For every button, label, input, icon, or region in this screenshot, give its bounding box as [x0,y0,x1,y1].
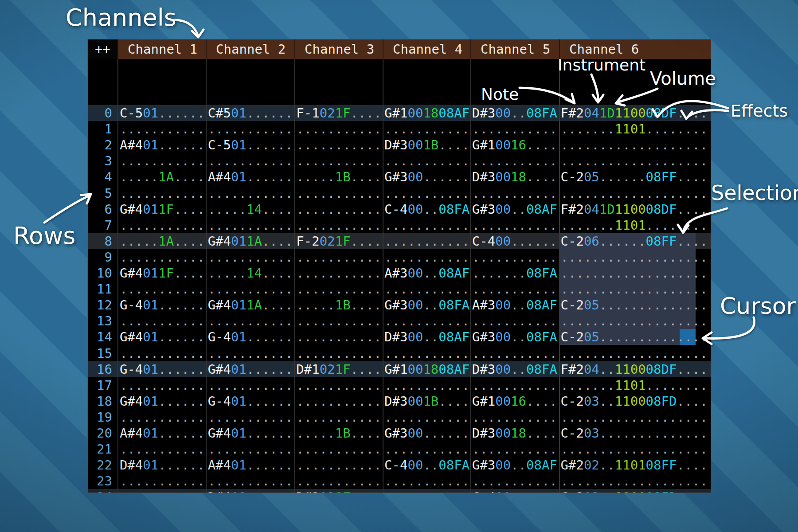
pattern-cell-ch4[interactable]: C-400..08FA [382,201,470,217]
pattern-cell-ch4[interactable]: ........... [382,473,470,489]
pattern-cell-ch6[interactable]: ................... [559,473,711,489]
pattern-row-6[interactable]: 6G#4011F.........14...............C-400.… [88,201,711,217]
pattern-cell-ch4[interactable]: ........... [382,185,470,201]
pattern-cell-ch6[interactable]: ................... [559,153,711,169]
pattern-cell-ch1[interactable]: A#401...... [117,425,206,441]
pattern-cell-ch5[interactable]: G#300..08FA [470,329,559,345]
pattern-cell-ch3[interactable]: ........... [294,281,382,297]
pattern-cell-ch3[interactable]: ........... [294,441,382,457]
pattern-cell-ch2[interactable]: D#401...... [206,489,294,493]
pattern-cell-ch5[interactable]: ........... [470,185,559,201]
pattern-cell-ch4[interactable]: ........... [382,409,470,425]
pattern-cell-ch4[interactable]: ........... [382,441,470,457]
pattern-row-20[interactable]: 20A#401......G#401...........1B....G#300… [88,425,711,441]
pattern-cell-ch5[interactable]: ........... [470,217,559,233]
pattern-cell-ch2[interactable]: ........... [206,249,294,265]
add-channel-button[interactable]: ++ [88,39,117,59]
pattern-cell-ch6[interactable]: C-203..110008FD.... [559,393,711,409]
pattern-cell-ch1[interactable]: C-501...... [117,105,206,121]
pattern-cell-ch5[interactable]: ........... [470,441,559,457]
pattern-cell-ch3[interactable]: ........... [294,201,382,217]
pattern-cell-ch4[interactable]: ........... [382,489,470,493]
pattern-cell-ch3[interactable]: ........... [294,473,382,489]
pattern-row-3[interactable]: 3.......................................… [88,153,711,169]
pattern-cell-ch1[interactable]: ........... [117,185,206,201]
pattern-cell-ch2[interactable]: C#501...... [206,105,294,121]
pattern-cell-ch1[interactable]: ........... [117,217,206,233]
pattern-cell-ch2[interactable]: ........... [206,217,294,233]
pattern-cell-ch4[interactable]: G#300...... [382,169,470,185]
pattern-cell-ch1[interactable]: ........... [117,345,206,361]
pattern-cell-ch2[interactable]: ........... [206,313,294,329]
pattern-cell-ch3[interactable]: ........... [294,345,382,361]
pattern-cell-ch3[interactable]: ........... [294,313,382,329]
pattern-cell-ch1[interactable]: ........... [117,121,206,137]
pattern-cell-ch3[interactable]: F-2021F.... [294,233,382,249]
pattern-cell-ch2[interactable]: G#401...... [206,425,294,441]
pattern-cell-ch5[interactable]: ........... [470,121,559,137]
pattern-cell-ch2[interactable]: ........... [206,121,294,137]
pattern-cell-ch6[interactable]: ................... [559,265,711,281]
pattern-cell-ch2[interactable]: C-501...... [206,137,294,153]
pattern-cell-ch3[interactable]: ........... [294,217,382,233]
pattern-cell-ch6[interactable]: F#204..110008DF.... [559,361,711,377]
pattern-cell-ch3[interactable]: ........... [294,137,382,153]
channel-header-1[interactable]: Channel 1 [117,39,206,59]
pattern-cell-ch6[interactable]: C-303..110008FD.... [559,489,711,493]
pattern-cell-ch2[interactable]: ........... [206,409,294,425]
pattern-cell-ch4[interactable]: D#3001B.... [382,137,470,153]
pattern-cell-ch2[interactable]: ........... [206,185,294,201]
pattern-cell-ch3[interactable]: ........... [294,249,382,265]
pattern-cell-ch5[interactable]: .......08FA [470,265,559,281]
pattern-row-14[interactable]: 14G#401......G-401.................D#300… [88,329,711,345]
pattern-cell-ch4[interactable]: D#300..08AF [382,329,470,345]
pattern-cell-ch1[interactable]: G#401...... [117,393,206,409]
pattern-row-10[interactable]: 10G#4011F.........14...............A#300… [88,265,711,281]
pattern-cell-ch2[interactable]: ........... [206,441,294,457]
pattern-cell-ch1[interactable]: ........... [117,313,206,329]
pattern-row-17[interactable]: 17......................................… [88,377,711,393]
pattern-cell-ch5[interactable]: G#300..08AF [470,457,559,473]
pattern-cell-ch5[interactable]: ........... [470,473,559,489]
pattern-row-19[interactable]: 19......................................… [88,409,711,425]
pattern-row-1[interactable]: 1.......................................… [88,121,711,137]
pattern-cell-ch4[interactable]: G#300..08FA [382,297,470,313]
pattern-cell-ch5[interactable]: C-400...... [470,489,559,493]
pattern-cell-ch3[interactable]: .....1B.... [294,297,382,313]
pattern-row-0[interactable]: 0C-501......C#501......F-1021F....G#1001… [88,105,711,121]
pattern-cell-ch3[interactable]: ........... [294,121,382,137]
pattern-cell-ch6[interactable]: ................... [559,249,711,265]
pattern-cell-ch5[interactable]: ........... [470,249,559,265]
pattern-cell-ch3[interactable]: ........... [294,393,382,409]
pattern-cell-ch5[interactable]: G#300..08AF [470,201,559,217]
pattern-cell-ch4[interactable]: G#300...... [382,425,470,441]
pattern-cell-ch4[interactable]: C-400..08FA [382,457,470,473]
pattern-cell-ch6[interactable]: ................... [559,185,711,201]
pattern-cell-ch3[interactable]: D#2021F.... [294,489,382,493]
pattern-cell-ch1[interactable]: ........... [117,441,206,457]
pattern-row-2[interactable]: 2A#401......C-501.................D#3001… [88,137,711,153]
pattern-cell-ch4[interactable]: ........... [382,153,470,169]
pattern-row-9[interactable]: 9.......................................… [88,249,711,265]
channel-header-2[interactable]: Channel 2 [206,39,294,59]
pattern-cell-ch2[interactable]: G-401...... [206,329,294,345]
pattern-cell-ch3[interactable]: F-1021F.... [294,105,382,121]
pattern-row-15[interactable]: 15......................................… [88,345,711,361]
pattern-row-23[interactable]: 23......................................… [88,473,711,489]
pattern-cell-ch6[interactable]: C-205.............. [559,297,711,313]
pattern-row-16[interactable]: 16G-401......G#401......D#1021F....G#100… [88,361,711,377]
pattern-cell-ch3[interactable]: ........... [294,457,382,473]
pattern-cell-ch2[interactable]: ........... [206,345,294,361]
pattern-cell-ch4[interactable]: ........... [382,345,470,361]
pattern-cell-ch4[interactable]: A#300..08AF [382,265,470,281]
pattern-cell-ch5[interactable]: D#30018.... [470,169,559,185]
pattern-cell-ch3[interactable]: D#1021F.... [294,361,382,377]
pattern-cell-ch2[interactable]: ........... [206,281,294,297]
pattern-cell-ch1[interactable]: ........... [117,249,206,265]
pattern-cell-ch3[interactable]: ........... [294,329,382,345]
pattern-cell-ch1[interactable]: D#401...... [117,457,206,473]
pattern-cell-ch2[interactable]: ........... [206,153,294,169]
pattern-cell-ch2[interactable]: G#4011A.... [206,297,294,313]
pattern-cell-ch6[interactable]: F#2041D110008DF.... [559,201,711,217]
pattern-cell-ch2[interactable]: .....14.... [206,265,294,281]
